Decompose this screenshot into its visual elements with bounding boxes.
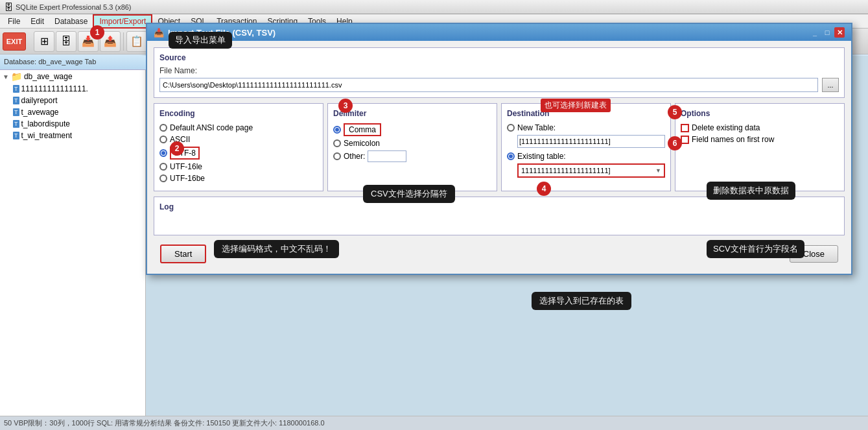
encoding-utf16le-label: UTF-16le: [170, 162, 202, 171]
collapse-icon: ▼: [3, 73, 9, 80]
annotation-circle-4: 4: [537, 182, 551, 196]
annotation-circle-2: 2: [170, 141, 184, 156]
table-icon-4: T: [13, 120, 19, 128]
menu-import-export[interactable]: Import/Export: [93, 14, 152, 29]
delimiter-comma-label: Comma: [344, 123, 381, 136]
folder-icon: 📁: [11, 71, 22, 82]
exit-button[interactable]: EXIT: [3, 32, 26, 51]
annotation-circle-5: 5: [668, 105, 682, 119]
dialog-maximize-button[interactable]: □: [822, 27, 832, 38]
tb-btn-3[interactable]: 📥 1: [78, 31, 99, 52]
db-tree-root[interactable]: ▼ 📁 db_ave_wage: [0, 70, 145, 83]
file-name-row: File Name:: [159, 66, 839, 75]
destination-existing-radio[interactable]: [507, 152, 515, 160]
table-icon-2: T: [13, 97, 19, 104]
menu-file[interactable]: File: [3, 16, 25, 27]
dialog-icon: 📥: [154, 28, 164, 38]
annotation-bubble-6: SCV文件首行为字段名: [707, 240, 804, 258]
dialog-minimize-button[interactable]: _: [810, 27, 820, 38]
encoding-ascii-row: ASCII: [159, 135, 318, 144]
field-names-label: Field names on first row: [692, 135, 774, 144]
encoding-utf16le-row: UTF-16le: [159, 162, 318, 171]
db-tree-children: T 111111111111111. T dailyreport T t_ave…: [0, 83, 145, 141]
import-dialog: 📥 Import Text File (CSV, TSV) _ □ ✕ Sour…: [146, 23, 852, 275]
encoding-utf16be-radio[interactable]: [159, 174, 167, 182]
four-column-section: Encoding Default ANSI code page ASCII UT…: [154, 103, 845, 191]
delimiter-comma-row: Comma 3: [333, 123, 491, 136]
dialog-close-button[interactable]: ✕: [834, 27, 845, 38]
status-bar: 50 VBP限制：30列，1000行 SQL: 用请常规分析结果 备份文件: 1…: [0, 416, 868, 430]
table-name-2: dailyreport: [21, 96, 58, 105]
status-text: 50 VBP限制：30列，1000行 SQL: 用请常规分析结果 备份文件: 1…: [4, 418, 325, 428]
encoding-utf8-row: UTF-8 2: [159, 147, 318, 160]
annotation-bubble-1: 导入导出菜单: [169, 32, 232, 49]
table-name-3: t_avewage: [21, 108, 59, 117]
toolbar-separator-1: [123, 32, 124, 51]
encoding-utf8-radio[interactable]: [159, 149, 167, 157]
dropdown-arrow-icon: ▼: [655, 167, 661, 174]
delimiter-other-label: Other:: [344, 152, 365, 161]
table-name-4: t_labordispute: [21, 119, 70, 128]
tb-btn-2[interactable]: 🗄: [56, 31, 76, 52]
table-item-1[interactable]: T 111111111111111.: [10, 83, 145, 95]
field-names-row: Field names on first row: [681, 135, 839, 144]
destination-existing-label: Existing table:: [517, 152, 566, 161]
delimiter-other-input[interactable]: [368, 150, 406, 162]
annotation-circle-3: 3: [338, 99, 353, 113]
delimiter-comma-radio[interactable]: [333, 126, 341, 134]
delete-existing-row: Delete existing data: [681, 123, 839, 132]
existing-table-dropdown[interactable]: 1111111111111111111111] ▼: [517, 163, 665, 178]
encoding-ascii-radio[interactable]: [159, 136, 167, 143]
annotation-circle-1: 1: [90, 25, 104, 40]
app-title: SQLite Expert Professional 5.3 (x86): [16, 3, 132, 11]
annotation-bubble-3: CSV文件选择分隔符: [363, 185, 455, 203]
destination-column: Destination 也可选择到新建表 New Table: Existing…: [501, 103, 671, 191]
file-path-row: ...: [159, 78, 839, 92]
db-panel-header: Database: db_ave_wage Tab: [0, 56, 146, 70]
log-title: Log: [159, 202, 839, 211]
encoding-utf16be-row: UTF-16be: [159, 174, 318, 183]
delimiter-other-radio[interactable]: [333, 152, 341, 160]
encoding-utf16le-radio[interactable]: [159, 163, 167, 171]
destination-newtable-row: New Table:: [507, 123, 665, 132]
destination-newtable-label: New Table:: [517, 123, 556, 132]
table-item-5[interactable]: T t_wi_treatment: [10, 130, 145, 141]
annotation-bubble-4: 选择导入到已存在的表: [532, 292, 631, 310]
existing-table-value: 1111111111111111111111]: [521, 167, 611, 174]
menu-database[interactable]: Database: [49, 16, 93, 27]
table-name-5: t_wi_treatment: [21, 131, 73, 140]
encoding-column: Encoding Default ANSI code page ASCII UT…: [154, 103, 323, 191]
dialog-body: Source File Name: ... Encoding Default A…: [147, 41, 851, 274]
options-column: Options Delete existing data Field names…: [675, 103, 845, 191]
delimiter-semicolon-radio[interactable]: [333, 139, 341, 147]
dialog-title-bar: 📥 Import Text File (CSV, TSV) _ □ ✕: [147, 24, 851, 41]
file-name-label: File Name:: [159, 66, 197, 75]
options-title: Options: [681, 109, 839, 118]
tb-btn-5[interactable]: 📋: [126, 31, 147, 52]
file-path-input[interactable]: [159, 78, 818, 92]
browse-button[interactable]: ...: [822, 78, 839, 92]
table-icon-5: T: [13, 132, 19, 139]
new-table-input[interactable]: [517, 135, 665, 148]
dialog-title-buttons: _ □ ✕: [810, 27, 845, 38]
start-button[interactable]: Start: [160, 245, 206, 263]
tb-btn-1[interactable]: ⊞: [34, 31, 54, 52]
destination-existing-row: Existing table:: [507, 152, 665, 161]
table-item-2[interactable]: T dailyreport: [10, 95, 145, 106]
delimiter-column: Delimiter Comma 3 Semicolon Other:: [327, 103, 497, 191]
delimiter-other-row: Other:: [333, 150, 491, 162]
table-item-3[interactable]: T t_avewage: [10, 106, 145, 118]
encoding-ansi-radio[interactable]: [159, 124, 167, 132]
delimiter-semicolon-row: Semicolon: [333, 139, 491, 148]
delete-existing-checkbox[interactable]: [681, 124, 689, 132]
destination-newtable-radio[interactable]: [507, 124, 515, 132]
table-item-4[interactable]: T t_labordispute: [10, 118, 145, 130]
menu-edit[interactable]: Edit: [25, 16, 49, 27]
log-section: Log: [154, 197, 845, 235]
db-panel: ▼ 📁 db_ave_wage T 111111111111111. T dai…: [0, 70, 146, 416]
db-name: db_ave_wage: [24, 72, 73, 81]
app-icon: 🗄: [4, 2, 13, 12]
title-bar: 🗄 SQLite Expert Professional 5.3 (x86): [0, 0, 868, 14]
annotation-bubble-5: 删除数据表中原数据: [707, 182, 795, 200]
table-icon-1: T: [13, 85, 19, 93]
